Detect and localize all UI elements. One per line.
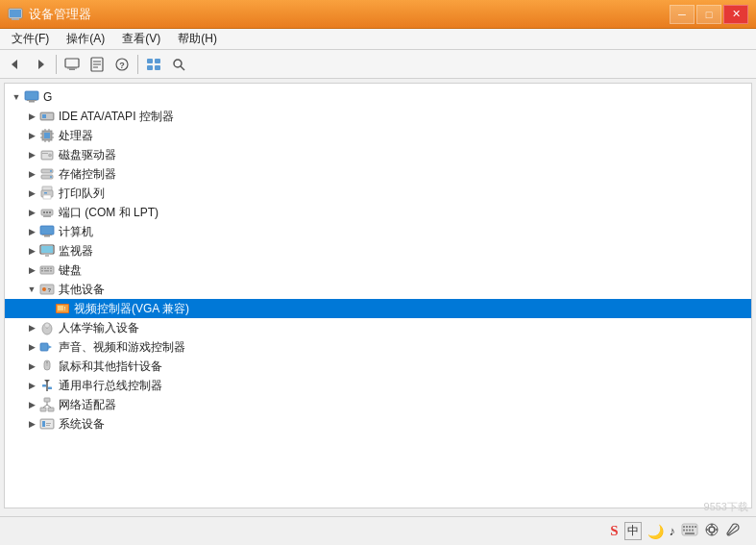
system-icon	[39, 416, 55, 432]
svg-rect-26	[42, 114, 46, 118]
tree-item-computer[interactable]: ▶ 计算机	[5, 222, 751, 241]
expand-system[interactable]: ▶	[24, 416, 39, 432]
svg-line-19	[181, 66, 184, 70]
disk-icon	[39, 147, 55, 162]
expand-disk[interactable]: ▶	[24, 147, 39, 162]
svg-rect-109	[685, 533, 695, 534]
ide-icon	[39, 109, 55, 124]
tree-item-monitor[interactable]: ▶ 监视器	[5, 241, 751, 260]
tree-item-root[interactable]: ▼ G	[5, 87, 751, 107]
tree-item-port[interactable]: ▶ 端口 (COM 和 LPT)	[5, 203, 751, 222]
close-button[interactable]: ✕	[723, 5, 748, 24]
computer-button[interactable]	[61, 53, 84, 76]
tree-item-print[interactable]: ▶ 打印队列	[5, 184, 751, 203]
scan-button[interactable]	[167, 53, 190, 76]
menu-file[interactable]: 文件(F)	[4, 29, 57, 49]
svg-rect-62	[41, 268, 43, 270]
expand-root[interactable]: ▼	[9, 89, 24, 105]
back-button[interactable]	[4, 53, 27, 76]
toolbar-separator-1	[56, 55, 57, 74]
svg-marker-80	[48, 345, 52, 349]
menu-help[interactable]: 帮助(H)	[170, 29, 225, 49]
expand-usb[interactable]: ▶	[24, 378, 39, 393]
keyboard-label: 键盘	[59, 262, 82, 279]
svg-rect-66	[41, 270, 43, 272]
tree-item-ide[interactable]: ▶ IDE ATA/ATAPI 控制器	[5, 107, 751, 126]
svg-rect-16	[147, 65, 153, 70]
expand-audio[interactable]: ▶	[24, 339, 39, 355]
tree-item-disk[interactable]: ▶ 磁盘驱动器	[5, 145, 751, 164]
svg-point-44	[50, 176, 52, 178]
expand-monitor[interactable]: ▶	[24, 243, 39, 259]
minimize-button[interactable]: ─	[670, 5, 695, 24]
keyboard-status-icon[interactable]	[681, 523, 698, 539]
tree-item-audio[interactable]: ▶ 声音、视频和游戏控制器	[5, 337, 751, 357]
svg-point-18	[174, 60, 182, 67]
expand-port[interactable]: ▶	[24, 205, 39, 220]
svg-rect-65	[50, 268, 52, 270]
expand-network[interactable]: ▶	[24, 397, 39, 412]
svg-rect-59	[44, 254, 50, 255]
svg-rect-86	[42, 384, 46, 387]
forward-button[interactable]	[29, 53, 52, 76]
storage-label: 存储控制器	[59, 166, 116, 183]
wrench-icon[interactable]	[725, 522, 741, 540]
svg-rect-89	[40, 408, 46, 411]
expand-computer[interactable]: ▶	[24, 224, 39, 239]
show-by-type-button[interactable]	[142, 53, 165, 76]
maximize-button[interactable]: □	[696, 5, 721, 24]
computer-icon	[24, 89, 39, 105]
tree-item-other[interactable]: ▼ ? 其他设备	[5, 280, 751, 299]
settings-icon[interactable]	[704, 522, 719, 540]
tree-item-storage[interactable]: ▶ 存储控制器	[5, 164, 751, 184]
svg-rect-74	[58, 306, 63, 310]
svg-rect-88	[44, 398, 50, 402]
tree-item-network[interactable]: ▶ 网络适配器	[5, 395, 751, 414]
properties-button[interactable]	[85, 53, 109, 76]
svg-text:?: ?	[48, 287, 52, 293]
svg-rect-58	[41, 246, 53, 253]
comp-icon	[39, 224, 55, 239]
expand-print[interactable]: ▶	[24, 186, 39, 201]
expand-mouse[interactable]: ▶	[24, 359, 39, 374]
device-tree-panel[interactable]: ▼ G ▶	[4, 83, 752, 508]
svg-rect-28	[44, 133, 50, 138]
tree-item-hid[interactable]: ▶ 人体学输入设备	[5, 318, 751, 337]
tree-item-usb[interactable]: ▶ 通用串行总线控制器	[5, 376, 751, 395]
audio-icon	[39, 339, 55, 355]
svg-rect-60	[45, 255, 49, 257]
expand-storage[interactable]: ▶	[24, 166, 39, 182]
expand-ide[interactable]: ▶	[24, 109, 39, 124]
svg-rect-64	[47, 268, 49, 270]
keyboard-icon	[39, 262, 55, 278]
svg-rect-17	[155, 65, 160, 70]
expand-keyboard[interactable]: ▶	[24, 262, 39, 278]
svg-line-93	[47, 405, 51, 408]
cpu-label: 处理器	[59, 128, 93, 144]
svg-rect-67	[44, 270, 49, 272]
punctuation-icon[interactable]: ♪	[670, 524, 676, 538]
mouse-label: 鼠标和其他指针设备	[59, 359, 162, 375]
expand-hid[interactable]: ▶	[24, 320, 39, 335]
expand-cpu[interactable]: ▶	[24, 128, 39, 143]
tree-item-keyboard[interactable]: ▶ 键盘	[5, 260, 751, 280]
moon-icon[interactable]: 🌙	[647, 524, 664, 539]
help-button[interactable]: ?	[110, 53, 134, 76]
menu-action[interactable]: 操作(A)	[59, 29, 112, 49]
tree-item-vga[interactable]: ! 视频控制器(VGA 兼容)	[5, 299, 751, 318]
expand-other[interactable]: ▼	[24, 282, 39, 297]
svg-rect-40	[42, 153, 48, 154]
sogou-icon[interactable]: S	[610, 523, 618, 539]
watermark: 9553下载	[704, 500, 748, 514]
tree-item-cpu[interactable]: ▶ 处理器	[5, 126, 751, 145]
menu-view[interactable]: 查看(V)	[114, 29, 168, 49]
svg-rect-48	[44, 192, 47, 194]
tree-item-mouse[interactable]: ▶ 鼠标和其他指针设备	[5, 357, 751, 376]
svg-rect-55	[42, 235, 52, 235]
svg-rect-90	[48, 408, 54, 411]
ime-icon[interactable]: 中	[624, 522, 642, 540]
svg-rect-104	[695, 526, 696, 528]
svg-point-78	[45, 323, 50, 328]
tree-item-system[interactable]: ▶ 系统设备	[5, 414, 751, 434]
cpu-icon	[39, 128, 55, 143]
